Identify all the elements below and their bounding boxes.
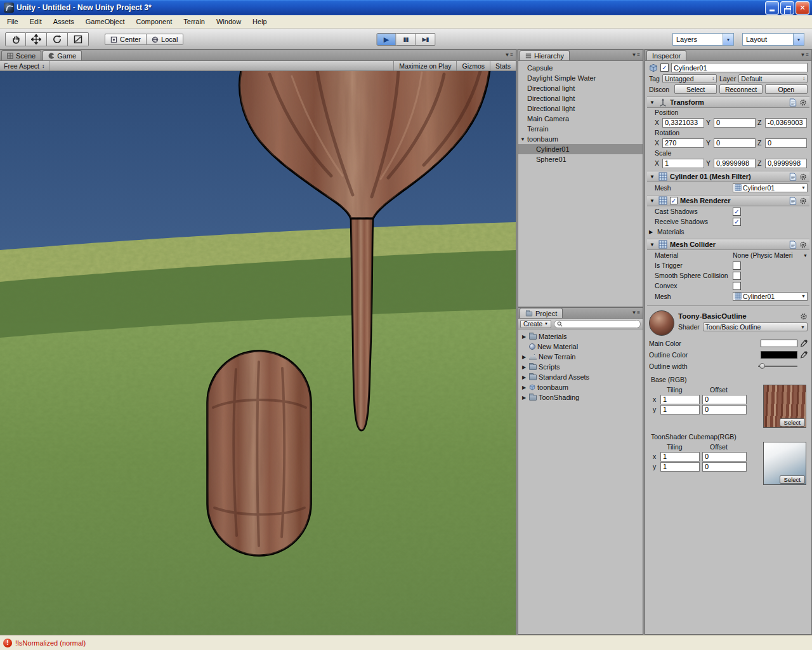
- gear-icon[interactable]: [799, 98, 807, 107]
- cast-shadows-checkbox[interactable]: ✓: [733, 208, 741, 216]
- hierarchy-item-cylinder01[interactable]: Cylinder01: [518, 144, 643, 154]
- layer-dropdown[interactable]: Default ↕: [738, 74, 808, 83]
- foldout-icon[interactable]: ▶: [521, 354, 527, 360]
- cubemap-tiling-x-field[interactable]: [660, 452, 700, 461]
- scale-y-field[interactable]: [714, 159, 756, 168]
- panel-menu-icon[interactable]: ▼≡: [504, 52, 514, 58]
- gear-icon[interactable]: [799, 197, 807, 205]
- restore-button[interactable]: [780, 1, 794, 15]
- mesh-renderer-header[interactable]: ▼ ✓ Mesh Renderer: [647, 195, 809, 206]
- hierarchy-item-directional-light-2[interactable]: Directional light: [518, 93, 643, 103]
- gear-icon[interactable]: [800, 312, 808, 321]
- prefab-reconnect-button[interactable]: Reconnect: [719, 84, 762, 94]
- scale-tool-button[interactable]: [68, 32, 89, 46]
- tag-dropdown[interactable]: Untagged ↕: [662, 74, 717, 83]
- foldout-icon[interactable]: ▶: [521, 385, 527, 390]
- panel-menu-icon[interactable]: ▼≡: [631, 310, 641, 315]
- game-viewport[interactable]: [0, 71, 516, 635]
- project-item-materials[interactable]: ▶ Materials: [518, 331, 643, 342]
- foldout-icon[interactable]: ▶: [521, 334, 527, 340]
- main-color-swatch[interactable]: [761, 340, 797, 347]
- foldout-icon[interactable]: ▼: [650, 174, 656, 180]
- hierarchy-item-sphere01[interactable]: Sphere01: [518, 154, 643, 164]
- layers-dropdown[interactable]: Layers ▼: [672, 33, 734, 46]
- panel-menu-icon[interactable]: ▼≡: [631, 52, 641, 58]
- foldout-icon[interactable]: ▼: [520, 136, 527, 142]
- position-y-field[interactable]: [714, 118, 756, 128]
- menu-file[interactable]: File: [1, 16, 24, 27]
- foldout-icon[interactable]: ▼: [650, 242, 656, 248]
- hand-tool-button[interactable]: [5, 32, 26, 46]
- eyedropper-icon[interactable]: [800, 351, 808, 359]
- cubemap-offset-y-field[interactable]: [702, 462, 747, 472]
- renderer-enabled-checkbox[interactable]: ✓: [670, 197, 678, 204]
- cubemap-offset-x-field[interactable]: [702, 452, 747, 461]
- play-button[interactable]: ▶: [377, 33, 396, 46]
- material-preview-sphere[interactable]: [649, 310, 674, 336]
- cubemap-texture-preview[interactable]: Select: [763, 442, 806, 485]
- project-item-new-terrain[interactable]: ▶ New Terrain: [518, 352, 643, 362]
- pivot-local-button[interactable]: Local: [147, 34, 183, 45]
- transform-header[interactable]: ▼ Transform: [647, 96, 809, 108]
- menu-component[interactable]: Component: [130, 16, 178, 27]
- base-texture-select-button[interactable]: Select: [780, 418, 805, 427]
- project-item-standard-assets[interactable]: ▶ Standard Assets: [518, 372, 643, 382]
- receive-shadows-checkbox[interactable]: ✓: [733, 218, 741, 226]
- base-tiling-y-field[interactable]: [660, 405, 700, 415]
- base-offset-y-field[interactable]: [702, 405, 747, 415]
- position-x-field[interactable]: [662, 118, 704, 128]
- hierarchy-item-toonbaum[interactable]: ▼ toonbaum: [518, 134, 643, 144]
- doc-icon[interactable]: [789, 241, 797, 249]
- outline-width-slider[interactable]: [758, 362, 797, 370]
- tab-inspector[interactable]: Inspector: [646, 50, 686, 60]
- rotation-x-field[interactable]: [662, 138, 704, 148]
- active-checkbox[interactable]: ✓: [660, 63, 669, 72]
- hierarchy-item-terrain[interactable]: Terrain: [518, 124, 643, 134]
- convex-checkbox[interactable]: ✓: [733, 282, 741, 290]
- menu-window[interactable]: Window: [211, 16, 247, 27]
- project-item-new-material[interactable]: ▶ New Material: [518, 342, 643, 352]
- hierarchy-item-directional-light-3[interactable]: Directional light: [518, 103, 643, 114]
- hierarchy-item-directional-light-1[interactable]: Directional light: [518, 83, 643, 93]
- project-item-toonbaum[interactable]: ▶ toonbaum: [518, 382, 643, 392]
- foldout-icon[interactable]: ▼: [650, 100, 656, 105]
- gear-icon[interactable]: [799, 241, 807, 249]
- tab-hierarchy[interactable]: Hierarchy: [520, 50, 570, 60]
- menu-help[interactable]: Help: [247, 16, 273, 27]
- doc-icon[interactable]: [789, 98, 797, 107]
- rotate-tool-button[interactable]: [47, 32, 68, 46]
- prefab-open-button[interactable]: Open: [765, 84, 808, 94]
- panel-menu-icon[interactable]: ▼≡: [800, 52, 809, 58]
- search-input[interactable]: [565, 321, 638, 328]
- doc-icon[interactable]: [789, 173, 797, 181]
- close-button[interactable]: ✕: [796, 1, 809, 15]
- move-tool-button[interactable]: [26, 32, 47, 46]
- step-button[interactable]: ▶▮: [416, 33, 436, 46]
- aspect-dropdown[interactable]: Free Aspect ↕: [0, 61, 49, 70]
- physic-material-field[interactable]: None (Physic Materi ▼: [733, 251, 808, 259]
- collider-mesh-field[interactable]: Cylinder01 ▼: [733, 292, 808, 301]
- doc-icon[interactable]: [789, 197, 797, 205]
- rotation-z-field[interactable]: [765, 138, 807, 148]
- menu-gameobject[interactable]: GameObject: [80, 16, 131, 27]
- gear-icon[interactable]: [799, 173, 807, 181]
- hierarchy-item-capsule[interactable]: Capsule: [518, 63, 643, 73]
- hierarchy-item-main-camera[interactable]: Main Camera: [518, 114, 643, 124]
- rotation-y-field[interactable]: [714, 138, 756, 148]
- cubemap-tiling-y-field[interactable]: [660, 462, 700, 472]
- outline-color-swatch[interactable]: [761, 351, 797, 359]
- project-item-toonshading[interactable]: ▶ ToonShading: [518, 392, 643, 402]
- foldout-icon[interactable]: ▶: [649, 229, 655, 235]
- status-bar[interactable]: ! !IsNormalized (normal): [0, 635, 812, 650]
- shader-dropdown[interactable]: Toon/Basic Outline ▼: [703, 322, 808, 331]
- smooth-sphere-collision-checkbox[interactable]: ✓: [733, 272, 741, 280]
- tab-game[interactable]: Game: [43, 50, 82, 60]
- layout-dropdown[interactable]: Layout ▼: [742, 33, 804, 46]
- base-texture-preview[interactable]: Select: [763, 385, 806, 428]
- name-field[interactable]: [671, 63, 808, 72]
- eyedropper-icon[interactable]: [800, 340, 808, 347]
- minimize-button[interactable]: [765, 1, 779, 15]
- pivot-center-button[interactable]: Center: [105, 34, 147, 45]
- stats-button[interactable]: Stats: [490, 61, 516, 70]
- foldout-icon[interactable]: ▼: [650, 198, 656, 204]
